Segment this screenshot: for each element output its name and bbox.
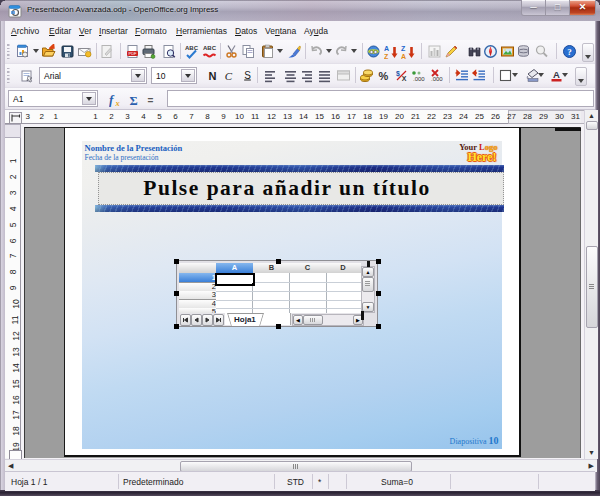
svg-text:ABC: ABC xyxy=(203,45,217,51)
svg-text:f: f xyxy=(109,92,115,107)
svg-text:A: A xyxy=(401,53,406,60)
svg-text:Z: Z xyxy=(384,53,389,60)
svg-text:.000: .000 xyxy=(431,76,443,82)
svg-text:Σ: Σ xyxy=(129,94,137,108)
svg-text:PDF: PDF xyxy=(128,51,137,56)
svg-text:Z: Z xyxy=(401,45,406,52)
svg-text:x: x xyxy=(114,98,120,108)
svg-text:A: A xyxy=(384,45,389,52)
svg-text:?: ? xyxy=(567,47,572,57)
svg-text:%: % xyxy=(378,70,388,82)
svg-text:N: N xyxy=(208,70,216,82)
svg-text:ABC: ABC xyxy=(185,45,199,51)
svg-text:A: A xyxy=(553,69,560,80)
svg-text:S: S xyxy=(244,70,251,81)
svg-text:.000: .000 xyxy=(413,76,425,82)
svg-text:X: X xyxy=(401,75,406,82)
svg-text:C: C xyxy=(225,70,233,82)
svg-text:=: = xyxy=(148,95,154,106)
